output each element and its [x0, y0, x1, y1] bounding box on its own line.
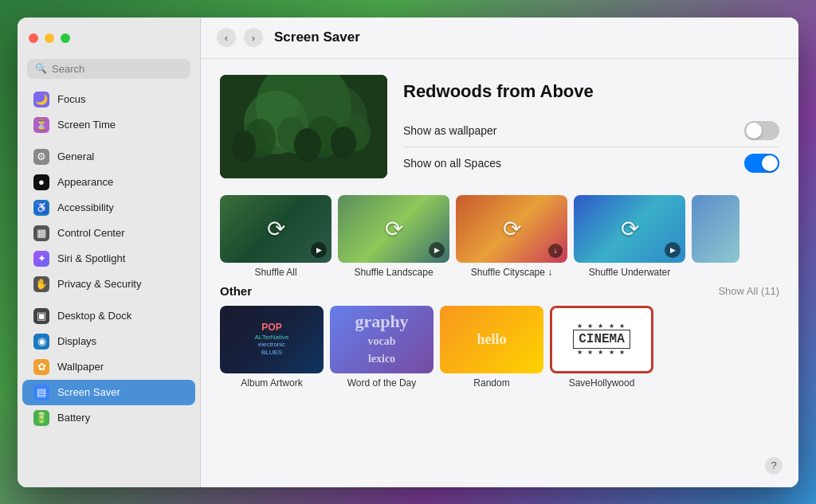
play-icon: ▶ — [311, 242, 327, 258]
help-button[interactable]: ? — [765, 457, 783, 475]
toggle-knob — [762, 155, 778, 171]
album-artwork-content: POP ALTerNative electronic BLUES — [255, 322, 289, 356]
sidebar-item-label: Screen Saver — [57, 386, 120, 398]
shuffle-landscape-label: Shuffle Landscape — [354, 267, 433, 278]
screensaver-grid: ⟳ ▶ Shuffle All ⟳ ▶ Shuffle Landscape — [220, 195, 779, 278]
back-button[interactable]: ‹ — [217, 28, 236, 47]
savehollywood-label: SaveHollywood — [569, 377, 635, 389]
partial-thumb — [692, 195, 740, 263]
shuffle-underwater-thumb: ⟳ ▶ — [574, 195, 685, 263]
minimize-button[interactable] — [45, 33, 54, 43]
random-thumb: hello — [440, 306, 543, 373]
controlcenter-icon: ▦ — [33, 225, 49, 241]
other-item-random[interactable]: hello Random — [440, 306, 543, 389]
sidebar-item-label: Battery — [57, 412, 90, 424]
shuffle-landscape-icon: ⟳ — [385, 216, 403, 242]
screensaver-item-shuffle-all[interactable]: ⟳ ▶ Shuffle All — [220, 195, 332, 278]
play-icon: ▶ — [429, 242, 445, 258]
content-area: Redwoods from Above Show as wallpaper Sh… — [201, 59, 798, 487]
shuffle-cityscape-icon: ⟳ — [503, 216, 521, 242]
privacy-icon: ✋ — [33, 276, 49, 292]
main-wrapper: ‹ › Screen Saver — [201, 18, 798, 487]
wallpaper-icon: ✿ — [33, 359, 49, 375]
sidebar-item-accessibility[interactable]: ♿ Accessibility — [22, 195, 195, 221]
sidebar-item-label: General — [57, 150, 94, 162]
sidebar-item-controlcenter[interactable]: ▦ Control Center — [22, 221, 195, 246]
main-titlebar: ‹ › Screen Saver — [201, 18, 798, 59]
show-on-all-spaces-row: Show on all Spaces — [403, 147, 779, 179]
screensaver-icon: ▤ — [33, 385, 49, 400]
shuffle-underwater-icon: ⟳ — [621, 216, 639, 242]
sidebar-item-displays[interactable]: ◉ Displays — [22, 329, 195, 354]
shuffle-all-thumb: ⟳ ▶ — [220, 195, 332, 263]
sidebar-item-label: Displays — [57, 335, 96, 347]
screensaver-item-shuffle-cityscape[interactable]: ⟳ ↓ Shuffle Cityscape ↓ — [456, 195, 567, 278]
other-header: Other Show All (11) — [220, 284, 779, 298]
sidebar-item-label: Accessibility — [57, 201, 114, 213]
play-icon: ▶ — [665, 242, 681, 258]
preview-section: Redwoods from Above Show as wallpaper Sh… — [220, 75, 779, 179]
album-artwork-thumb: POP ALTerNative electronic BLUES — [220, 306, 324, 373]
sidebar-item-wallpaper[interactable]: ✿ Wallpaper — [22, 354, 195, 380]
other-item-savehollywood[interactable]: ★ ★ ★ ★ ★ CINEMA ★ ★ ★ ★ ★ SaveHollywood — [550, 306, 653, 389]
shuffle-cityscape-label: Shuffle Cityscape ↓ — [471, 267, 553, 278]
other-item-album-artwork[interactable]: POP ALTerNative electronic BLUES Album A… — [220, 306, 324, 389]
screentime-icon: ⏳ — [33, 117, 49, 133]
forward-button[interactable]: › — [244, 28, 263, 47]
sidebar-item-label: Screen Time — [57, 119, 116, 131]
sidebar-item-screentime[interactable]: ⏳ Screen Time — [22, 112, 195, 138]
sidebar-item-general[interactable]: ⚙ General — [22, 144, 195, 170]
sidebar-item-focus[interactable]: 🌙 Focus — [22, 87, 195, 112]
random-content: hello — [477, 331, 506, 348]
screensaver-item-partial[interactable] — [692, 195, 740, 278]
download-icon: ↓ — [548, 244, 563, 258]
sidebar-item-appearance[interactable]: ● Appearance — [22, 170, 195, 195]
sidebar-item-desktop[interactable]: ▣ Desktop & Dock — [22, 303, 195, 329]
shuffle-all-label: Shuffle All — [254, 267, 296, 278]
desktop-icon: ▣ — [33, 308, 49, 324]
random-label: Random — [473, 377, 509, 389]
cinema-ticket-content: ★ ★ ★ ★ ★ CINEMA ★ ★ ★ ★ ★ — [570, 319, 634, 359]
search-bar[interactable]: 🔍 — [27, 59, 190, 79]
sidebar-item-siri[interactable]: ✦ Siri & Spotlight — [22, 246, 195, 272]
shuffle-landscape-thumb: ⟳ ▶ — [338, 195, 449, 263]
main-window: 🔍 🌙 Focus ⏳ Screen Time ⚙ General ● Appe… — [18, 18, 798, 487]
shuffle-all-icon: ⟳ — [267, 216, 285, 242]
sidebar-item-privacy[interactable]: ✋ Privacy & Security — [22, 272, 195, 297]
search-input[interactable] — [52, 63, 182, 75]
focus-icon: 🌙 — [33, 92, 49, 107]
preview-info: Redwoods from Above Show as wallpaper Sh… — [403, 75, 779, 179]
show-as-wallpaper-toggle[interactable] — [744, 121, 779, 140]
word-of-day-label: Word of the Day — [347, 377, 416, 389]
screensaver-item-shuffle-landscape[interactable]: ⟳ ▶ Shuffle Landscape — [338, 195, 449, 278]
shuffle-underwater-label: Shuffle Underwater — [589, 267, 671, 278]
svg-point-10 — [331, 127, 356, 158]
show-on-all-spaces-label: Show on all Spaces — [403, 157, 501, 170]
sidebar-item-label: Appearance — [57, 176, 113, 188]
general-icon: ⚙ — [33, 149, 49, 165]
word-of-day-content: graphyvocablexico — [355, 313, 408, 365]
other-item-word-of-day[interactable]: graphyvocablexico Word of the Day — [330, 306, 434, 389]
preview-image[interactable] — [220, 75, 387, 178]
sidebar-item-label: Focus — [57, 93, 85, 105]
siri-icon: ✦ — [33, 251, 49, 267]
battery-icon: 🔋 — [33, 410, 49, 426]
svg-point-8 — [232, 131, 256, 162]
sidebar-item-screensaver[interactable]: ▤ Screen Saver — [22, 380, 195, 405]
sidebar-titlebar — [18, 18, 200, 59]
main-content: ‹ › Screen Saver — [201, 18, 798, 487]
show-on-all-spaces-toggle[interactable] — [744, 154, 779, 173]
preview-title: Redwoods from Above — [403, 81, 779, 102]
sidebar-item-battery[interactable]: 🔋 Battery — [22, 405, 195, 431]
shuffle-cityscape-thumb: ⟳ ↓ — [456, 195, 567, 263]
show-all-button[interactable]: Show All (11) — [718, 285, 779, 297]
album-artwork-label: Album Artwork — [241, 377, 302, 389]
displays-icon: ◉ — [33, 334, 49, 350]
accessibility-icon: ♿ — [33, 200, 49, 216]
maximize-button[interactable] — [61, 33, 70, 43]
screensaver-item-shuffle-underwater[interactable]: ⟳ ▶ Shuffle Underwater — [574, 195, 685, 278]
close-button[interactable] — [29, 33, 38, 43]
appearance-icon: ● — [33, 174, 49, 190]
other-title: Other — [220, 284, 252, 298]
sidebar-item-label: Wallpaper — [57, 361, 104, 373]
